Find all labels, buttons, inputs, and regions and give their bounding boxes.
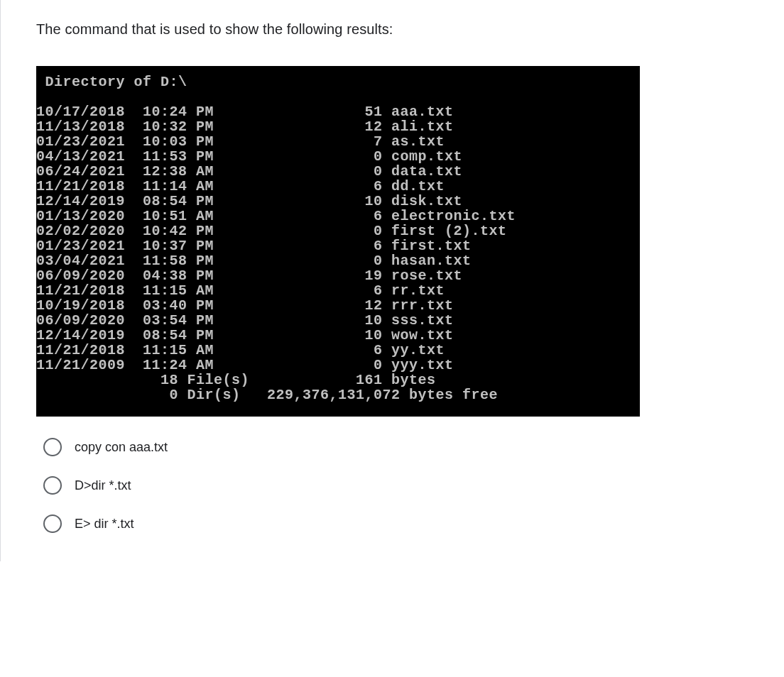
answer-option-label: copy con aaa.txt	[75, 440, 168, 455]
answer-option-label: D>dir *.txt	[75, 478, 131, 493]
question-card: The command that is used to show the fol…	[0, 0, 784, 561]
answer-option-2[interactable]: E> dir *.txt	[43, 514, 784, 533]
answer-options: copy con aaa.txtD>dir *.txtE> dir *.txt	[36, 438, 784, 533]
answer-option-label: E> dir *.txt	[75, 517, 134, 532]
terminal-output: Directory of D:\ 10/17/2018 10:24 PM 51 …	[36, 66, 640, 417]
radio-icon[interactable]	[43, 514, 62, 533]
question-text: The command that is used to show the fol…	[36, 21, 784, 38]
radio-icon[interactable]	[43, 476, 62, 495]
answer-option-0[interactable]: copy con aaa.txt	[43, 438, 784, 456]
answer-option-1[interactable]: D>dir *.txt	[43, 476, 784, 495]
radio-icon[interactable]	[43, 438, 62, 456]
